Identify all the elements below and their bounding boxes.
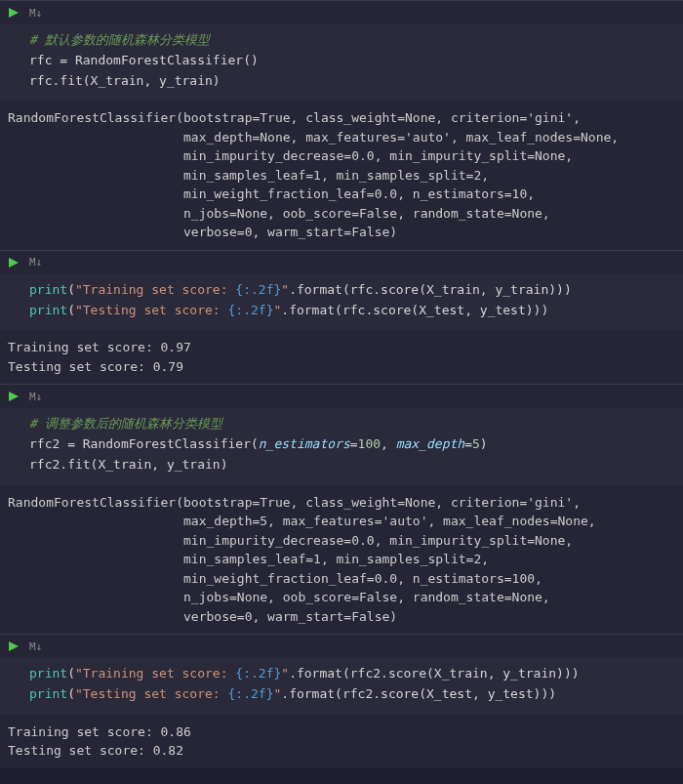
code-input[interactable]: print("Training set score: {:.2f}".forma… xyxy=(0,274,683,331)
markdown-toggle[interactable]: M↓ xyxy=(29,256,42,268)
cell-output: Training set score: 0.97 Testing set sco… xyxy=(0,330,683,384)
cell-header: M↓ xyxy=(0,635,683,658)
markdown-toggle[interactable]: M↓ xyxy=(29,391,42,403)
run-cell-icon[interactable] xyxy=(8,640,20,652)
cell-output: Training set score: 0.86 Testing set sco… xyxy=(0,715,683,768)
markdown-toggle[interactable]: M↓ xyxy=(29,640,42,653)
svg-marker-3 xyxy=(9,641,19,651)
cell-header: M↓ xyxy=(0,1,683,24)
cell-output: RandomForestClassifier(bootstrap=True, c… xyxy=(0,101,683,250)
code-input[interactable]: print("Training set score: {:.2f}".forma… xyxy=(0,658,683,715)
markdown-toggle[interactable]: M↓ xyxy=(29,7,42,20)
notebook-cell: M↓ print("Training set score: {:.2f}".fo… xyxy=(0,250,683,385)
cell-header: M↓ xyxy=(0,385,683,408)
run-cell-icon[interactable] xyxy=(8,257,20,268)
notebook-cell: M↓ # 调整参数后的随机森林分类模型 rfc2 = RandomForestC… xyxy=(0,384,683,634)
cell-header: M↓ xyxy=(0,251,683,274)
cell-output: RandomForestClassifier(bootstrap=True, c… xyxy=(0,485,683,635)
code-input[interactable]: # 调整参数后的随机森林分类模型 rfc2 = RandomForestClas… xyxy=(0,408,683,484)
run-cell-icon[interactable] xyxy=(8,391,20,402)
run-cell-icon[interactable] xyxy=(8,7,20,19)
svg-marker-1 xyxy=(9,258,19,268)
code-input[interactable]: # 默认参数的随机森林分类模型 rfc = RandomForestClassi… xyxy=(0,24,683,101)
svg-marker-0 xyxy=(9,8,19,18)
svg-marker-2 xyxy=(9,392,19,401)
notebook-cell: M↓ # 默认参数的随机森林分类模型 rfc = RandomForestCla… xyxy=(0,0,683,250)
notebook-cell: M↓ print("Training set score: {:.2f}".fo… xyxy=(0,634,683,768)
